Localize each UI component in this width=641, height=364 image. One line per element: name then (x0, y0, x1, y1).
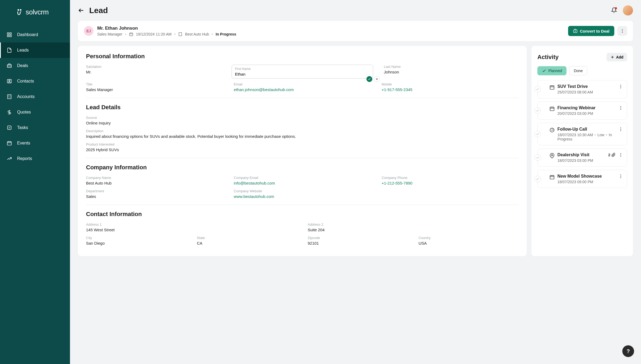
field-label: Mobile (382, 82, 519, 86)
lead-more-button[interactable] (617, 26, 627, 36)
svg-point-53 (620, 109, 621, 110)
tab-label: Done (574, 69, 583, 73)
activity-item-more[interactable] (618, 105, 623, 110)
convert-icon (573, 29, 578, 33)
notifications-button[interactable] (611, 7, 617, 14)
svg-point-67 (620, 176, 621, 177)
svg-rect-23 (130, 33, 133, 36)
nav-label: Accounts (17, 94, 35, 99)
svg-point-35 (622, 32, 623, 33)
field-label: Last Name (384, 65, 519, 69)
nav-item-deals[interactable]: Deals (0, 58, 70, 73)
confirm-edit-button[interactable] (366, 76, 372, 82)
product-value[interactable]: 2025 Hybrid SUVs (86, 147, 519, 152)
salutation-value[interactable]: Mr. (86, 70, 221, 74)
divider (86, 98, 519, 98)
nav-item-accounts[interactable]: Accounts (0, 89, 70, 104)
description-value[interactable]: Inquired about financing options for SUV… (86, 134, 519, 139)
first-name-field[interactable]: First Name (232, 65, 373, 79)
nav-item-tasks[interactable]: Tasks (0, 120, 70, 135)
source-value[interactable]: Online Inquiry (86, 121, 519, 125)
activity-panel: Activity Add Planned Done (531, 46, 633, 256)
svg-point-59 (620, 153, 621, 154)
company-email-value[interactable]: info@bestautohub.com (234, 181, 371, 185)
svg-point-60 (620, 155, 621, 155)
nav-item-contacts[interactable]: Contacts (0, 73, 70, 89)
activity-item-meta: 18/07/2023 03:00 PM (557, 158, 593, 163)
help-button[interactable]: ? (622, 345, 634, 357)
mobile-value[interactable]: +1-917-555-2345 (382, 87, 519, 92)
activity-check[interactable] (534, 176, 541, 182)
brand-logo[interactable]: solvcrm (0, 0, 70, 27)
svg-point-45 (620, 86, 621, 87)
email-value[interactable]: ethan.johnson@bestautohub.com (234, 87, 371, 92)
field-label: Address 1 (86, 222, 297, 226)
activity-item-more[interactable] (618, 84, 623, 89)
title-value[interactable]: Sales Manager (86, 87, 223, 92)
add-activity-button[interactable]: Add (607, 53, 627, 61)
tab-label: Planned (548, 69, 562, 73)
address1-value[interactable]: 145 West Street (86, 228, 297, 232)
activity-item[interactable]: New Model Showcase 18/07/2023 09:00 PM (537, 170, 627, 188)
svg-rect-47 (550, 107, 554, 111)
lead-company: Best Auto Hub (185, 32, 209, 36)
grid-icon (6, 32, 12, 38)
section-company-title: Company Information (86, 164, 519, 171)
first-name-input[interactable] (235, 72, 370, 76)
svg-rect-18 (7, 142, 11, 145)
last-name-value[interactable]: Johnson (384, 70, 519, 74)
activity-item-more[interactable] (618, 127, 623, 132)
cancel-edit-button[interactable] (374, 76, 380, 82)
company-phone-value[interactable]: +1-212-555-7890 (382, 181, 519, 185)
user-avatar[interactable] (623, 5, 633, 15)
nav-item-events[interactable]: Events (0, 135, 70, 151)
nav-item-dashboard[interactable]: Dashboard (0, 27, 70, 42)
building-icon (178, 32, 182, 36)
city-value[interactable]: San Diego (86, 241, 186, 245)
brand-icon (16, 9, 23, 16)
company-name-value[interactable]: Best Auto Hub (86, 181, 223, 185)
activity-item-title: Dealership Visit (557, 152, 593, 157)
svg-point-68 (620, 177, 621, 178)
field-label: Title (86, 82, 223, 86)
nav-label: Contacts (17, 79, 34, 84)
section-personal-title: Personal Information (86, 53, 519, 60)
department-value[interactable]: Sales (86, 194, 223, 199)
field-label: Address 2 (308, 222, 519, 226)
tab-planned[interactable]: Planned (537, 66, 566, 75)
country-value[interactable]: USA (419, 241, 519, 245)
field-label: Country (419, 236, 519, 240)
field-label: Company Name (86, 176, 223, 180)
pin-icon (549, 153, 555, 158)
field-label: Source (86, 116, 519, 120)
calendar-icon (549, 85, 555, 90)
activity-check[interactable] (534, 154, 541, 161)
tab-done[interactable]: Done (569, 66, 587, 75)
activity-item[interactable]: SUV Test Drive 25/07/2023 08:00 AM (537, 80, 627, 98)
activity-item[interactable]: Follow-Up Call 18/07/2023 10:30 AM•Low•I… (537, 123, 627, 145)
svg-point-58 (552, 155, 553, 156)
field-label: Description (86, 129, 519, 133)
activity-check[interactable] (534, 131, 541, 137)
nav-label: Leads (17, 48, 29, 53)
activity-check[interactable] (534, 107, 541, 114)
activity-item-more[interactable] (618, 174, 623, 179)
convert-to-deal-button[interactable]: Convert to Deal (568, 26, 614, 36)
nav-item-quotes[interactable]: Quotes (0, 104, 70, 120)
calendar-icon (129, 32, 133, 36)
back-button[interactable] (78, 7, 85, 14)
state-value[interactable]: CA (197, 241, 297, 245)
activity-item[interactable]: Dealership Visit 18/07/2023 03:00 PM 2 (537, 148, 627, 167)
address2-value[interactable]: Suite 204 (308, 228, 519, 232)
activity-item[interactable]: Financing Webinar 20/07/2023 03:00 PM (537, 101, 627, 120)
attachment-count[interactable]: 2 (608, 153, 616, 157)
website-value[interactable]: www.bestautohub.com (234, 194, 371, 199)
nav-list: Dashboard Leads Deals Contacts Accounts … (0, 27, 70, 166)
activity-check[interactable] (534, 86, 541, 92)
activity-item-more[interactable] (618, 152, 623, 157)
nav-label: Quotes (17, 110, 31, 115)
zipcode-value[interactable]: 92101 (308, 241, 408, 245)
nav-item-reports[interactable]: Reports (0, 151, 70, 166)
nav-item-leads[interactable]: Leads (0, 42, 70, 58)
activity-title: Activity (537, 54, 558, 61)
